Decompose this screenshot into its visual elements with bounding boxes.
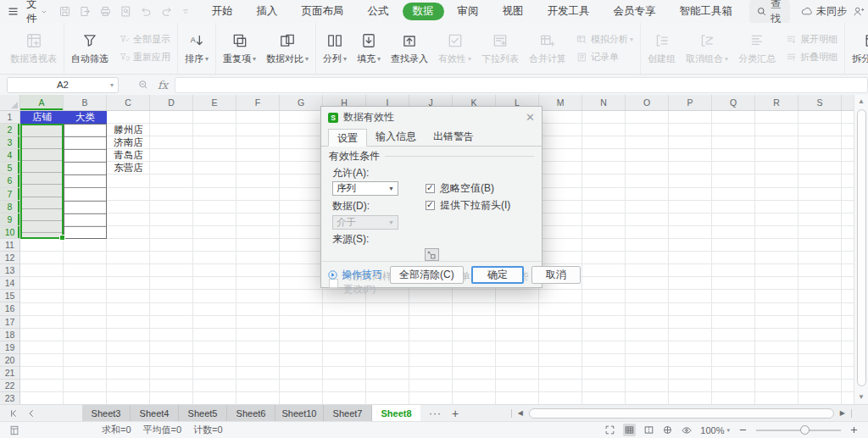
dialog-tab-2[interactable]: 出错警告: [425, 128, 482, 146]
insert-function-icon[interactable]: fx: [158, 79, 168, 91]
collapse-formula-bar-icon[interactable]: [137, 79, 149, 91]
redo-icon[interactable]: [160, 5, 173, 18]
name-box-dropdown-icon[interactable]: ▾: [110, 81, 114, 89]
file-menu[interactable]: 文件: [26, 0, 48, 26]
scroll-right-icon[interactable]: ▶: [838, 409, 847, 417]
scroll-left-icon[interactable]: ◀: [516, 409, 525, 417]
menu-tab-6[interactable]: 视图: [492, 3, 534, 20]
ribbon-button[interactable]: 查找录入: [386, 23, 433, 74]
column-header-Q[interactable]: Q: [712, 95, 755, 110]
row-header-10[interactable]: 10: [0, 226, 19, 239]
toolbar-options-icon[interactable]: [181, 8, 190, 16]
sheet-list-icon[interactable]: ···: [429, 408, 442, 419]
row-header-14[interactable]: 14: [0, 277, 19, 290]
normal-view-icon[interactable]: [623, 424, 636, 436]
ribbon-button[interactable]: 填充▾: [352, 23, 386, 74]
name-box[interactable]: A2 ▾: [7, 77, 119, 93]
column-header-P[interactable]: P: [669, 95, 712, 110]
column-header-N[interactable]: N: [582, 95, 626, 110]
cell-C3[interactable]: 济南店: [107, 136, 150, 149]
zoom-level[interactable]: 100% ▾: [700, 425, 730, 435]
column-header-A[interactable]: A: [20, 95, 64, 110]
row-header-21[interactable]: 21: [0, 367, 19, 380]
column-header-F[interactable]: F: [236, 95, 280, 110]
row-header-20[interactable]: 20: [0, 354, 19, 367]
dialog-tab-0[interactable]: 设置: [328, 129, 367, 147]
checkbox-icon[interactable]: [426, 184, 435, 193]
tips-link[interactable]: 操作技巧: [327, 268, 382, 282]
menu-tab-3[interactable]: 公式: [358, 3, 399, 20]
clear-all-button[interactable]: 全部清除(C): [390, 266, 464, 284]
zoom-in-button[interactable]: [849, 424, 860, 435]
scroll-down-icon[interactable]: ▼: [854, 391, 868, 403]
range-picker-button[interactable]: [425, 248, 439, 261]
horizontal-scrollbar-thumb[interactable]: [529, 408, 834, 419]
menu-tab-5[interactable]: 审阅: [448, 3, 489, 20]
add-sheet-button[interactable]: +: [452, 407, 459, 420]
menu-tab-4[interactable]: 数据: [403, 3, 444, 20]
cell-B1[interactable]: 大类: [64, 111, 107, 124]
row-header-15[interactable]: 15: [0, 290, 19, 302]
column-header-M[interactable]: M: [539, 95, 582, 110]
page-layout-view-icon[interactable]: [662, 424, 673, 435]
row-header-6[interactable]: 6: [0, 175, 19, 187]
menu-tab-8[interactable]: 会员专享: [604, 3, 666, 20]
export-icon[interactable]: [79, 5, 92, 18]
menu-tab-2[interactable]: 页面布局: [292, 3, 354, 20]
sync-status[interactable]: 未同步: [800, 4, 847, 19]
cancel-button[interactable]: 取消: [531, 266, 581, 284]
cell-C4[interactable]: 青岛店: [107, 149, 150, 162]
selection-range[interactable]: [20, 124, 64, 239]
row-header-4[interactable]: 4: [0, 149, 19, 162]
sheet-tab-sheet8[interactable]: Sheet8: [372, 405, 420, 422]
menu-tab-7[interactable]: 开发工具: [537, 3, 600, 20]
sheet-tab-sheet4[interactable]: Sheet4: [131, 405, 179, 422]
print-preview-icon[interactable]: [120, 5, 132, 18]
print-icon[interactable]: [99, 5, 112, 18]
row-header-16[interactable]: 16: [0, 302, 19, 315]
sheet-tab-sheet5[interactable]: Sheet5: [179, 405, 227, 422]
collaborate-button[interactable]: 协作: [852, 4, 868, 19]
zoom-out-button[interactable]: [737, 424, 748, 435]
row-header-17[interactable]: 17: [0, 316, 19, 329]
row-header-19[interactable]: 19: [0, 341, 19, 354]
row-header-1[interactable]: 1: [0, 111, 19, 124]
dialog-tab-1[interactable]: 输入信息: [367, 128, 425, 146]
cell-C2[interactable]: 滕州店: [107, 124, 150, 136]
undo-icon[interactable]: [140, 5, 153, 18]
formula-input[interactable]: [175, 77, 868, 93]
ribbon-button[interactable]: A排序▾: [180, 23, 214, 74]
hamburger-menu-icon[interactable]: [7, 5, 19, 18]
zoom-slider-knob[interactable]: [800, 425, 810, 435]
sheet-tab-sheet10[interactable]: Sheet10: [275, 405, 324, 422]
row-header-22[interactable]: 22: [0, 380, 19, 392]
column-header-B[interactable]: B: [64, 95, 107, 110]
zoom-slider[interactable]: [756, 430, 841, 431]
column-header-S[interactable]: S: [798, 95, 842, 110]
row-header-23[interactable]: 23: [0, 392, 19, 405]
ribbon-button[interactable]: 数据对比▾: [261, 23, 314, 74]
cell-A1[interactable]: 店铺: [20, 111, 64, 124]
vertical-scrollbar[interactable]: ▲ ▼: [854, 95, 868, 404]
selection-mode-icon[interactable]: [8, 424, 20, 436]
page-break-view-icon[interactable]: [643, 424, 654, 435]
dropdown-arrow-checkbox[interactable]: 提供下拉箭头(I): [426, 198, 534, 213]
vertical-scrollbar-thumb[interactable]: [857, 109, 866, 386]
column-header-G[interactable]: G: [280, 95, 323, 110]
eye-protection-icon[interactable]: [681, 424, 693, 436]
row-header-8[interactable]: 8: [0, 201, 19, 213]
row-header-2[interactable]: 2: [0, 124, 19, 136]
ignore-blank-checkbox[interactable]: 忽略空值(B): [426, 181, 534, 196]
row-header-13[interactable]: 13: [0, 264, 19, 277]
row-header-12[interactable]: 12: [0, 252, 19, 264]
row-header-3[interactable]: 3: [0, 136, 19, 149]
cell-C5[interactable]: 东营店: [107, 162, 150, 175]
ribbon-button[interactable]: 重复项▾: [218, 23, 261, 74]
allow-select[interactable]: 序列 ▼: [332, 181, 398, 196]
ribbon-button[interactable]: 分列▾: [318, 23, 352, 74]
sheet-tab-sheet3[interactable]: Sheet3: [82, 405, 131, 422]
save-icon[interactable]: [58, 5, 71, 18]
column-header-E[interactable]: E: [193, 95, 236, 110]
menu-tab-9[interactable]: 智能工具箱: [670, 3, 743, 20]
fullscreen-icon[interactable]: [604, 424, 615, 435]
